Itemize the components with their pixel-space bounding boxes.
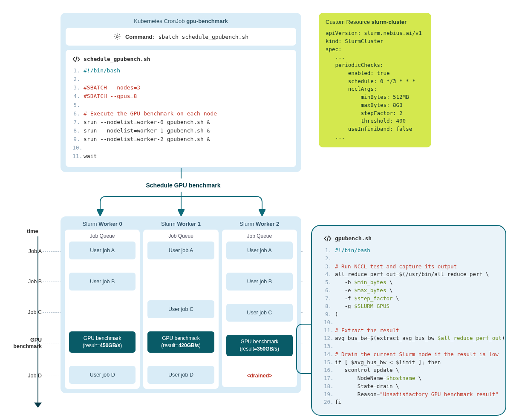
cr-title-name: slurm-cluster [372,19,407,25]
gpubench-script-name: gpubench.sh [335,235,372,242]
cronjob-title: Kubernetes CronJob gpu-benchmark [66,18,296,24]
worker-1-col: Slurm Worker 1 Job Queue User job A User… [143,221,218,389]
worker-1-job-c: User job C [147,300,214,318]
time-arrowhead-icon [34,403,42,408]
code-icon [324,236,332,242]
cronjob-title-name: gpu-benchmark [186,18,228,24]
code-l3: #SBATCH --nodes=3 [84,83,140,92]
worker-1-title: Slurm Worker 1 [143,221,218,227]
code-l8: srun --nodelist=worker-1 gpubench.sh & [84,127,210,135]
worker-2-queue: Job Queue User job A User job B User job… [222,230,297,387]
gpubench-script-header: gpubench.sh [324,235,497,242]
cronjob-title-prefix: Kubernetes CronJob [134,18,186,24]
worker-0-job-b: User job B [69,273,136,291]
schedule-script-box: schedule_gpubench.sh 1.#!/bin/bash 2. 3.… [66,50,296,167]
worker-0-job-c-gap [67,301,137,321]
worker-0-queue: Job Queue User job A User job B GPU benc… [65,230,140,389]
time-label: time [27,228,38,234]
worker-2-title: Slurm Worker 2 [222,221,297,227]
schedule-script-header: schedule_gpubench.sh [72,56,289,62]
queue-label-2: Job Queue [225,233,294,239]
schedule-script-name: schedule_gpubench.sh [84,56,150,62]
worker-1-bench: GPU benchmark(result=420GB/s) [147,331,214,353]
code-l7: srun --nodelist=worker-0 gpubench.sh & [84,118,210,127]
code-l6: # Execute the GPU benchmark on each node [84,109,217,118]
worker-2-col: Slurm Worker 2 Job Queue User job A User… [222,221,297,389]
worker-0-title: Slurm Worker 0 [65,221,140,227]
worker-1-job-a: User job A [147,242,214,259]
worker-0-col: Slurm Worker 0 Job Queue User job A User… [65,221,140,389]
worker-1-job-d: User job D [147,366,214,384]
worker-1-job-b-gap [146,270,216,290]
gear-icon [113,33,121,40]
worker-2-drained: <drained> [225,367,294,385]
worker-2-job-b: User job B [226,273,293,291]
cr-yaml: apiVersion: slurm.nebius.ai/v1 kind: Slu… [326,29,424,141]
custom-resource-panel: Custom Resource slurm-cluster apiVersion… [319,13,431,147]
command-value: sbatch schedule_gpubench.sh [159,34,248,40]
row-label-d: Job D [16,373,42,379]
worker-2-job-c: User job C [226,304,293,322]
cr-title-prefix: Custom Resource [326,19,372,25]
worker-0-job-a: User job A [69,242,136,259]
time-axis [38,236,38,405]
schedule-arrows [60,168,303,219]
workers-panel: Slurm Worker 0 Job Queue User job A User… [61,216,301,393]
row-label-gpu: GPU benchmark [6,337,42,350]
queue-label-0: Job Queue [67,233,137,239]
worker-0-bench: GPU benchmark(result=450GB/s) [69,331,136,353]
row-label-c: Job C [16,309,42,315]
worker-2-job-a: User job A [226,242,293,259]
command-row: Command: sbatch schedule_gpubench.sh [66,28,296,46]
gpubench-panel: gpubench.sh 1.#!/bin/bash 2. 3.# Run NCC… [311,225,506,416]
cronjob-panel: Kubernetes CronJob gpu-benchmark Command… [61,13,301,172]
cr-title: Custom Resource slurm-cluster [326,19,424,25]
code-l1: #!/bin/bash [84,66,120,75]
row-label-b: Job B [16,279,42,285]
worker-0-job-d: User job D [69,366,136,384]
worker-2-bench: GPU benchmark(result=350GB/s) [226,335,293,356]
code-l9: srun --nodelist=worker-2 gpubench.sh & [84,135,210,144]
svg-point-0 [116,36,118,38]
row-label-a: Job A [16,248,42,254]
code-icon [72,56,80,62]
code-l11: wait [84,152,97,161]
queue-label-1: Job Queue [146,233,216,239]
code-l4: #SBATCH --gpus=8 [84,92,137,101]
schedule-label: Schedule GPU benchmark [143,182,224,189]
command-label: Command: [125,34,154,40]
worker-1-queue: Job Queue User job A User job C GPU benc… [143,230,218,389]
